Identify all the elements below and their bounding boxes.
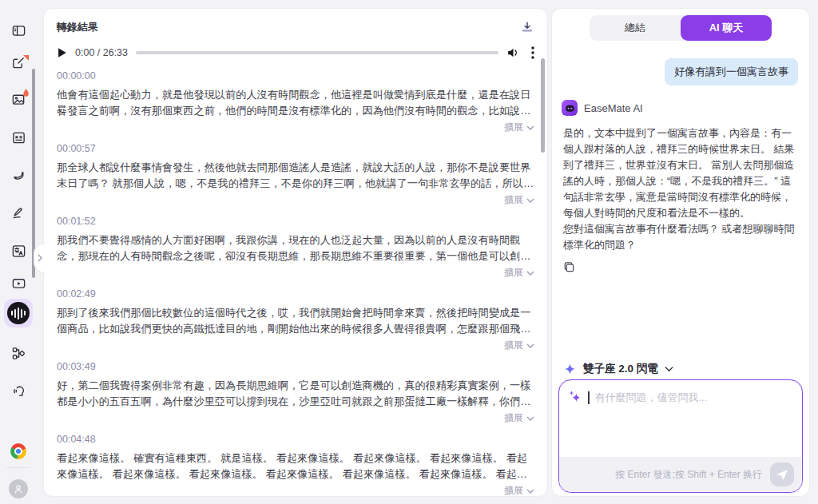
input-sparkle-icon [569, 391, 582, 404]
input-placeholder: 有什麼問題，儘管問我... [595, 391, 708, 405]
chat-tabs: 總結 AI 聊天 [590, 15, 772, 41]
play-button[interactable] [57, 47, 67, 58]
segment-timestamp: 00:04:48 [57, 434, 534, 445]
image-tool-button[interactable] [4, 85, 33, 113]
tab-ai-chat[interactable]: AI 聊天 [681, 15, 772, 41]
share-badge [23, 55, 29, 61]
chrome-shortcut-button[interactable] [4, 437, 33, 466]
assistant-name: EaseMate AI [584, 102, 643, 114]
segment-text: 好，第二個我覺得案例非常有趣，因為長期思維啊，它是可以創造商機的，真的很精彩真實… [57, 378, 534, 410]
transcript-segment: 00:01:52 那我們不要覺得感情的人方面好困啊，我跟你講，現在的人也泛起大量… [57, 216, 534, 280]
workflow-tool-button[interactable] [4, 339, 33, 367]
panel-toggle-button[interactable] [4, 16, 33, 45]
segment-expand-label: 擴展 [504, 266, 523, 280]
user-avatar-icon [9, 479, 28, 498]
segment-expand-button[interactable]: 擴展 [57, 266, 534, 280]
transcript-segment: 00:02:49 那到了後來我們那個比較數位的這個時代之後，哎，我們就開始會把時… [57, 288, 534, 352]
player-progress-bar[interactable] [136, 51, 498, 54]
copy-icon [563, 261, 575, 273]
segment-timestamp: 00:02:49 [57, 288, 534, 300]
form-tool-button[interactable] [4, 123, 33, 152]
pen-icon [11, 205, 26, 220]
segment-timestamp: 00:03:49 [57, 361, 534, 372]
chevron-down-icon [526, 125, 534, 130]
chat-input-field[interactable]: 有什麼問題，儘管問我... [559, 380, 802, 457]
transcript-panel: 轉錄結果 0:00 / 26:33 [43, 8, 548, 497]
workflow-icon [11, 346, 26, 361]
transcript-segment: 00:03:49 好，第二個我覺得案例非常有趣，因為長期思維啊，它是可以創造商機… [57, 361, 534, 425]
segment-expand-button[interactable]: 擴展 [57, 121, 534, 134]
segment-text: 那我們不要覺得感情的人方面好困啊，我跟你講，現在的人也泛起大量，因為以前的人是沒… [57, 232, 534, 264]
transcript-scrollbar[interactable] [541, 58, 545, 153]
chevron-down-icon [526, 343, 534, 348]
audio-player: 0:00 / 26:33 [57, 44, 534, 62]
volume-button[interactable] [506, 46, 520, 59]
transcript-list: 00:00:00 他會有這個起心動力，就是他發現以前的人沒有時間觀念，他這裡是叫… [57, 70, 534, 496]
form-icon [11, 130, 26, 145]
speech-to-text-button[interactable] [4, 376, 33, 405]
segment-timestamp: 00:00:00 [57, 70, 534, 81]
user-account-button[interactable] [4, 474, 33, 503]
segment-expand-label: 擴展 [504, 193, 523, 207]
ai-chat-panel: 總結 AI 聊天 好像有講到一個寓言故事 EaseMate AI 是的，文本中提… [551, 8, 810, 497]
chevron-down-icon [526, 489, 534, 494]
player-menu-button[interactable] [531, 46, 534, 59]
send-button[interactable] [770, 462, 794, 486]
chevron-down-icon [526, 416, 534, 421]
translate-icon [11, 244, 26, 259]
player-time: 0:00 / 26:33 [75, 47, 128, 58]
panel-toggle-icon [11, 23, 26, 38]
panel-collapse-handle[interactable] [34, 243, 45, 273]
tab-summary[interactable]: 總結 [590, 15, 681, 41]
transcript-segment: 00:00:00 他會有這個起心動力，就是他發現以前的人沒有時間觀念，他這裡是叫… [57, 70, 534, 134]
sidebar-divider [6, 467, 30, 468]
audio-waveform-icon [7, 302, 30, 324]
pen-tool-button[interactable] [4, 198, 33, 227]
download-button[interactable] [520, 20, 534, 34]
translate-tool-button[interactable] [4, 236, 33, 265]
transcript-segment: 00:00:57 那全球人都說什麼事情會發生，然後他就去問那個造謠人是造謠，就說… [57, 143, 534, 207]
model-selector[interactable]: 雙子座 2.0 閃電 [563, 362, 673, 376]
audio-transcribe-button[interactable] [4, 299, 33, 327]
chevron-down-icon [526, 271, 534, 276]
video-tool-button[interactable] [4, 268, 33, 297]
segment-text: 他會有這個起心動力，就是他發現以前的人沒有時間觀念，他這裡是叫做愛情到底是什麼，… [57, 87, 534, 119]
transcript-segment: 00:04:48 看起來像這樣。 確實有這種東西。 就是這樣。 看起來像這樣。 … [57, 434, 534, 496]
chevron-right-icon [38, 254, 42, 262]
segment-expand-label: 擴展 [504, 411, 523, 425]
assistant-avatar-icon [562, 100, 578, 116]
segment-expand-button[interactable]: 擴展 [57, 193, 534, 207]
copy-message-button[interactable] [563, 261, 578, 273]
send-icon [776, 469, 788, 481]
segment-expand-button[interactable]: 擴展 [57, 411, 534, 425]
model-label: 雙子座 2.0 閃電 [583, 362, 658, 376]
segment-timestamp: 00:00:57 [57, 143, 534, 154]
flame-badge-icon [22, 88, 30, 97]
chevron-down-icon [526, 198, 534, 203]
sparkle-icon [563, 363, 577, 376]
sidebar-scrollbar[interactable] [32, 69, 35, 278]
segment-expand-label: 擴展 [504, 121, 523, 134]
segment-timestamp: 00:01:52 [57, 216, 534, 227]
transcript-title: 轉錄結果 [57, 20, 98, 34]
chat-input-box[interactable]: 有什麼問題，儘管問我... 按 Enter 發送;按 Shift + Enter… [558, 379, 803, 493]
banana-tool-button[interactable] [4, 161, 33, 189]
enter-hint: 按 Enter 發送;按 Shift + Enter 换行 [615, 468, 762, 482]
chevron-down-icon [665, 367, 673, 372]
share-export-button[interactable] [4, 48, 33, 77]
segment-text: 那到了後來我們那個比較數位的這個時代之後，哎，我們就開始會把時間拿來賣，然後把時… [57, 305, 534, 337]
banana-icon [11, 168, 26, 183]
text-cursor [588, 391, 590, 404]
segment-expand-button[interactable]: 擴展 [57, 484, 534, 496]
segment-expand-button[interactable]: 擴展 [57, 339, 534, 352]
speech-icon [11, 383, 26, 399]
download-icon [520, 20, 534, 34]
user-message-bubble: 好像有講到一個寓言故事 [665, 58, 798, 85]
video-icon [11, 276, 26, 291]
app-sidebar [0, 0, 37, 504]
segment-text: 那全球人都說什麼事情會發生，然後他就去問那個造謠人是造謠，就說大話的人說，那你不… [57, 160, 534, 192]
segment-expand-label: 擴展 [504, 339, 523, 352]
input-toolbar: 按 Enter 發送;按 Shift + Enter 换行 [559, 457, 802, 492]
chrome-icon [10, 443, 26, 459]
segment-text: 看起來像這樣。 確實有這種東西。 就是這樣。 看起來像這樣。 看起來像這樣。 看… [57, 450, 534, 482]
